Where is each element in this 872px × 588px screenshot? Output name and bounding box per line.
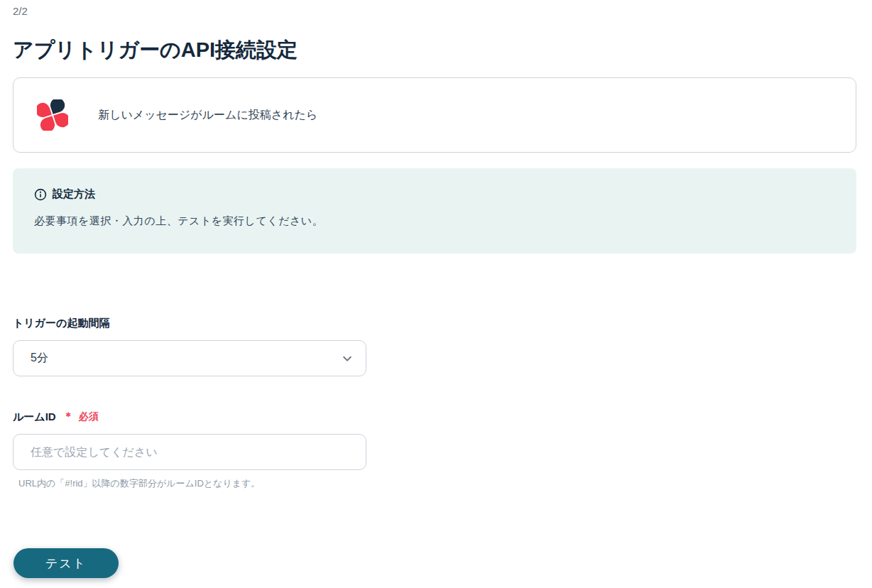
required-badge: 必須 (79, 410, 99, 423)
interval-select[interactable]: 5分 (13, 340, 366, 376)
chevron-down-icon (342, 353, 353, 364)
test-button[interactable]: テスト (13, 548, 119, 578)
interval-selected-value: 5分 (31, 351, 48, 366)
room-id-input[interactable] (13, 434, 366, 470)
info-circle-icon (34, 188, 47, 201)
app-trigger-settings-page: 2/2 アプリトリガーのAPI接続設定 新しいメッセージがルームに投稿されたら (0, 0, 872, 588)
step-indicator: 2/2 (13, 0, 859, 18)
trigger-summary-card: 新しいメッセージがルームに投稿されたら (13, 77, 856, 153)
info-box: 設定方法 必要事項を選択・入力の上、テストを実行してください。 (13, 168, 856, 254)
page-title: アプリトリガーのAPI接続設定 (13, 38, 859, 62)
interval-field-label: トリガーの起動間隔 (13, 317, 859, 330)
info-box-heading: 設定方法 (53, 187, 95, 201)
chatwork-flower-icon (37, 99, 68, 131)
required-asterisk: ＊ (63, 410, 74, 423)
room-id-help-text: URL内の「#!rid」以降の数字部分がルームIDとなります。 (18, 477, 859, 490)
trigger-card-label: 新しいメッセージがルームに投稿されたら (98, 108, 317, 123)
info-box-body: 必要事項を選択・入力の上、テストを実行してください。 (34, 214, 835, 228)
room-id-field-label: ルームID (13, 410, 56, 423)
